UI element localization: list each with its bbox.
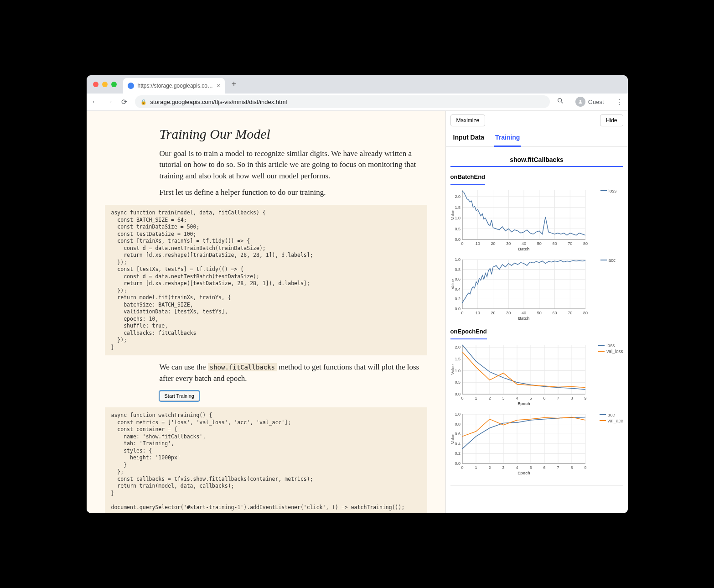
svg-text:0.8: 0.8 [455, 421, 460, 426]
svg-text:Value: Value [450, 279, 455, 289]
svg-text:0.0: 0.0 [455, 461, 460, 466]
code-block: async function watchTraining() { const m… [105, 407, 427, 513]
maximize-button[interactable]: Maximize [450, 114, 486, 126]
svg-text:0.0: 0.0 [455, 237, 460, 242]
svg-text:Batch: Batch [518, 316, 529, 321]
start-training-button-1[interactable]: Start Training [160, 391, 199, 401]
tab-input-data[interactable]: Input Data [452, 130, 485, 146]
svg-text:60: 60 [552, 241, 557, 246]
page-title: Training Our Model [160, 126, 427, 142]
svg-point-0 [558, 99, 561, 102]
forward-icon[interactable]: → [106, 98, 114, 106]
svg-text:2: 2 [488, 396, 491, 401]
svg-point-2 [579, 100, 581, 102]
svg-text:Batch: Batch [518, 247, 529, 251]
lock-icon: 🔒 [140, 99, 147, 105]
svg-text:7: 7 [557, 465, 559, 470]
back-icon[interactable]: ← [91, 98, 99, 106]
legend-label: acc [608, 412, 615, 417]
svg-text:0.2: 0.2 [455, 451, 460, 456]
epoch-acc-chart: 0.00.20.40.60.81.00123456789EpochValue [450, 411, 598, 475]
window-controls [93, 82, 117, 87]
svg-text:30: 30 [506, 311, 511, 315]
svg-text:Value: Value [450, 433, 455, 443]
svg-text:Epoch: Epoch [517, 471, 530, 475]
paragraph: First let us define a helper function to… [160, 187, 427, 198]
paragraph: We can use the show.fitCallbacks method … [160, 362, 427, 384]
svg-text:3: 3 [502, 396, 504, 401]
svg-text:3: 3 [502, 465, 504, 470]
svg-text:Value: Value [450, 364, 455, 374]
svg-text:2.0: 2.0 [455, 345, 460, 349]
svg-text:5: 5 [529, 465, 532, 470]
svg-text:0.4: 0.4 [455, 286, 460, 291]
toolbar-right: Guest ⋮ [556, 95, 623, 109]
url-text: storage.googleapis.com/tfjs-vis/mnist/di… [150, 99, 287, 105]
svg-text:0.0: 0.0 [455, 392, 460, 396]
profile-button[interactable]: Guest [571, 95, 609, 109]
browser-tab[interactable]: https://storage.googleapis.co… × [123, 78, 225, 94]
onepochend-title: onEpochEnd [450, 326, 487, 339]
svg-text:0: 0 [461, 241, 463, 246]
svg-text:60: 60 [552, 311, 557, 315]
card-title: show.fitCallbacks [450, 153, 623, 167]
svg-text:0.0: 0.0 [455, 307, 460, 311]
text: We can use the [160, 363, 208, 371]
svg-text:1.5: 1.5 [455, 356, 460, 361]
minimize-window-icon[interactable] [102, 82, 108, 87]
svg-text:9: 9 [584, 396, 586, 401]
legend: acc val_acc [600, 411, 623, 424]
svg-text:9: 9 [584, 465, 586, 470]
svg-text:0.6: 0.6 [455, 277, 460, 281]
svg-text:1: 1 [475, 465, 477, 470]
svg-text:4: 4 [516, 465, 518, 470]
svg-text:7: 7 [557, 396, 559, 401]
article-pane[interactable]: Training Our Model Our goal is to train … [87, 111, 445, 513]
svg-text:4: 4 [516, 396, 518, 401]
svg-text:2.0: 2.0 [455, 194, 460, 199]
svg-text:70: 70 [568, 241, 572, 246]
legend-label: loss [606, 343, 615, 348]
hide-button[interactable]: Hide [600, 114, 623, 126]
svg-text:50: 50 [537, 311, 541, 315]
svg-text:6: 6 [543, 396, 545, 401]
paragraph: Our goal is to train a model to recogniz… [160, 148, 427, 182]
chart-onbatch-acc: 0.00.20.40.60.81.001020304050607080Batch… [450, 257, 623, 321]
svg-text:1.0: 1.0 [455, 368, 460, 373]
legend: acc [600, 257, 623, 264]
svg-text:0: 0 [461, 311, 463, 315]
tab-training[interactable]: Training [494, 130, 521, 147]
search-icon[interactable] [556, 97, 564, 106]
svg-text:80: 80 [583, 241, 587, 246]
new-tab-button[interactable]: + [228, 79, 240, 89]
chart-onepoch-acc: 0.00.20.40.60.81.00123456789EpochValue a… [450, 411, 623, 475]
code-block: async function train(model, data, fitCal… [105, 205, 427, 355]
maximize-window-icon[interactable] [111, 82, 117, 87]
fitcallbacks-card: show.fitCallbacks onBatchEnd 0.00.51.01.… [450, 153, 623, 486]
acc-chart: 0.00.20.40.60.81.001020304050607080Batch… [450, 257, 599, 321]
svg-text:1.0: 1.0 [455, 412, 460, 416]
svg-text:50: 50 [537, 241, 541, 246]
visor-tabs: Input Data Training [446, 130, 628, 147]
svg-text:6: 6 [543, 465, 545, 470]
toolbar: ← → ⟳ 🔒 storage.googleapis.com/tfjs-vis/… [87, 94, 628, 111]
chart-onepoch-loss: 0.00.51.01.52.00123456789EpochValue loss… [450, 342, 623, 406]
onbatchend-title: onBatchEnd [450, 172, 486, 185]
svg-text:1.5: 1.5 [455, 205, 460, 209]
svg-text:40: 40 [521, 311, 526, 315]
address-bar[interactable]: 🔒 storage.googleapis.com/tfjs-vis/mnist/… [135, 95, 550, 108]
close-window-icon[interactable] [93, 82, 98, 87]
close-tab-icon[interactable]: × [217, 82, 220, 89]
legend-label: val_acc [608, 418, 623, 423]
svg-text:40: 40 [521, 241, 526, 246]
svg-text:20: 20 [491, 241, 495, 246]
svg-text:0: 0 [461, 465, 463, 470]
svg-text:Epoch: Epoch [517, 401, 530, 406]
menu-icon[interactable]: ⋮ [615, 98, 623, 106]
svg-text:1.0: 1.0 [455, 216, 460, 220]
svg-text:80: 80 [583, 311, 587, 315]
svg-text:20: 20 [491, 311, 495, 315]
visor-controls: Maximize Hide [446, 111, 628, 130]
reload-icon[interactable]: ⟳ [120, 98, 129, 106]
visor-panel: Maximize Hide Input Data Training show.f… [445, 111, 628, 513]
